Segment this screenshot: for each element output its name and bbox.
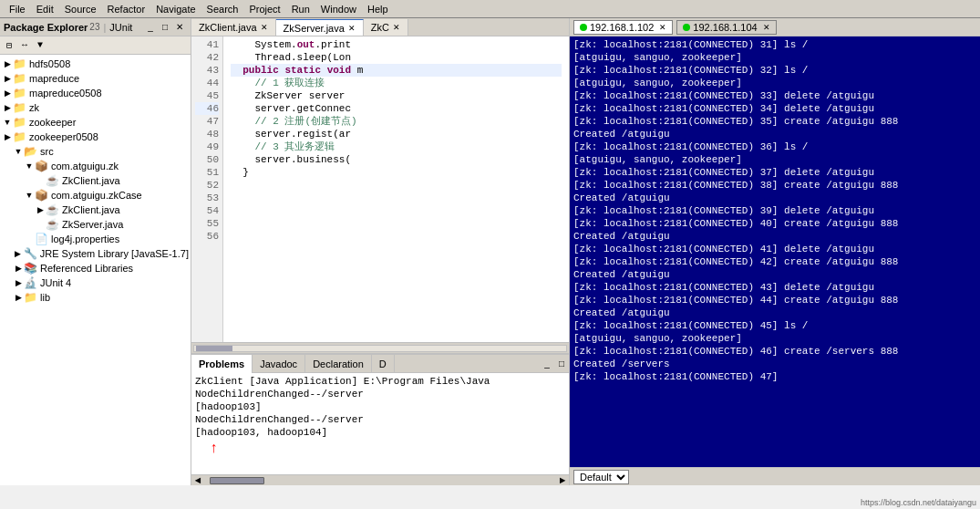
- menu-edit[interactable]: Edit: [31, 2, 59, 16]
- maximize-btn[interactable]: □: [158, 20, 172, 35]
- console-tab-problems[interactable]: Problems: [191, 355, 253, 373]
- hscroll-thumb[interactable]: [196, 346, 232, 351]
- console-tab-declaration[interactable]: Declaration: [305, 355, 372, 373]
- tree-item[interactable]: ▼📦com.atguigu.zk: [0, 159, 191, 173]
- tree-toggle-icon[interactable]: ▼: [2, 118, 13, 127]
- console-area: Problems Javadoc Declaration D _ □ ZkCli…: [191, 353, 569, 485]
- tree-toggle-icon[interactable]: ▶: [13, 293, 24, 302]
- terminal-line: [zk: localhost:2181(CONNECTED) 40] creat…: [573, 217, 976, 230]
- menu-refactor[interactable]: Refactor: [102, 2, 151, 16]
- code-editor[interactable]: System.out.print Thread.sleep(Lon public…: [223, 36, 569, 342]
- tree-item[interactable]: ☕ZkClient.java: [0, 173, 191, 188]
- cursor-arrow: ↑: [195, 442, 565, 455]
- tree-item-icon: 📦: [35, 189, 49, 202]
- tree-toggle-icon[interactable]: ▶: [2, 132, 13, 141]
- console-maximize-btn[interactable]: □: [554, 357, 569, 371]
- console-tab-d[interactable]: D: [372, 355, 395, 373]
- collapse-all-btn[interactable]: ⊟: [2, 38, 16, 53]
- hscroll-right-btn[interactable]: ►: [556, 475, 569, 486]
- tree-item[interactable]: ▶📁zookeeper0508: [0, 130, 191, 144]
- tree-item[interactable]: ▶📁lib: [0, 290, 191, 305]
- tree-toggle-icon[interactable]: ▶: [13, 264, 24, 273]
- tree-item[interactable]: ▼📂src: [0, 144, 191, 159]
- line-numbers: 4142434445 46 4748495051 5253545556: [191, 36, 223, 342]
- menu-run[interactable]: Run: [286, 2, 315, 16]
- tree-item[interactable]: ▶📁hdfs0508: [0, 57, 191, 71]
- package-explorer-tab[interactable]: Package Explorer: [4, 22, 88, 33]
- console-line-3: [hadoop103, hadoop104]: [195, 426, 565, 439]
- close-btn[interactable]: ✕: [172, 20, 187, 35]
- menu-window[interactable]: Window: [315, 2, 362, 16]
- tree-toggle-icon[interactable]: ▶: [35, 205, 46, 214]
- console-minimize-btn[interactable]: _: [540, 357, 554, 371]
- tree-item[interactable]: ▼📁zookeeper: [0, 115, 191, 130]
- hscroll-left-btn[interactable]: ◄: [191, 475, 204, 486]
- connection-dot-102: [580, 24, 587, 31]
- menu-navigate[interactable]: Navigate: [150, 2, 201, 16]
- editor-area: ZkClient.java ✕ ZkServer.java ✕ ZkC ✕ 41…: [191, 18, 570, 485]
- link-editor-btn[interactable]: ↔: [17, 38, 32, 53]
- connection-dot-104: [683, 24, 690, 31]
- tab-zkc[interactable]: ZkC ✕: [364, 19, 408, 36]
- terminal-content[interactable]: [zk: localhost:2181(CONNECTED) 31] ls /[…: [570, 36, 980, 467]
- hscroll-thumb[interactable]: [210, 477, 264, 484]
- tree-item[interactable]: ☕ZkServer.java: [0, 217, 191, 232]
- code-line-52: server.regist(ar: [231, 128, 562, 140]
- terminal-default-select[interactable]: Default: [573, 470, 629, 484]
- server-tab-104-close[interactable]: ✕: [763, 23, 770, 32]
- tree-item[interactable]: ▶🔧JRE System Library [JavaSE-1.7]: [0, 246, 191, 261]
- tree-item-label: com.atguigu.zkCase: [51, 190, 142, 201]
- terminal-line: [zk: localhost:2181(CONNECTED) 32] ls /: [573, 64, 976, 77]
- tree-item[interactable]: ▶📁zk: [0, 100, 191, 115]
- left-panel-header: Package Explorer 23 | JUnit _ □ ✕: [0, 18, 191, 36]
- tree-item-icon: 📄: [35, 233, 49, 245]
- view-menu-btn[interactable]: ▼: [33, 38, 47, 53]
- tab-zkserver[interactable]: ZkServer.java ✕: [276, 19, 364, 36]
- tree-toggle-icon[interactable]: ▼: [13, 147, 24, 156]
- tree-item[interactable]: ▶☕ZkClient.java: [0, 203, 191, 217]
- tree-toggle-icon[interactable]: ▶: [13, 249, 24, 258]
- tree-item[interactable]: 📄log4j.properties: [0, 232, 191, 246]
- tree-item[interactable]: ▶🔬JUnit 4: [0, 275, 191, 290]
- tree-toggle-icon[interactable]: ▶: [2, 88, 13, 98]
- tree-item-icon: ☕: [46, 203, 60, 216]
- package-tree: ▶📁hdfs0508▶📁mapreduce▶📁mapreduce0508▶📁zk…: [0, 55, 191, 485]
- server-tab-104[interactable]: 192.168.1.104 ✕: [676, 20, 776, 35]
- minimize-btn[interactable]: _: [143, 20, 158, 35]
- tree-item[interactable]: ▼📦com.atguigu.zkCase: [0, 188, 191, 203]
- tab-zkserver-close[interactable]: ✕: [348, 24, 356, 33]
- menu-search[interactable]: Search: [201, 2, 244, 16]
- tab-zkclient[interactable]: ZkClient.java ✕: [191, 19, 276, 36]
- tree-item-icon: 📁: [13, 116, 27, 129]
- tree-toggle-icon[interactable]: ▶: [2, 103, 13, 112]
- tree-item[interactable]: ▶📁mapreduce0508: [0, 86, 191, 100]
- console-hscrollbar[interactable]: ◄ ►: [191, 474, 569, 485]
- tree-toggle-icon[interactable]: ▶: [2, 59, 13, 68]
- editor-hscrollbar[interactable]: [191, 342, 569, 353]
- tab-zkclient-close[interactable]: ✕: [261, 23, 268, 32]
- junit-tab[interactable]: JUnit: [109, 22, 132, 33]
- right-panel: 192.168.1.102 ✕ 192.168.1.104 ✕ [zk: loc…: [570, 18, 980, 485]
- menu-help[interactable]: Help: [362, 2, 394, 16]
- terminal-line: Created /atguigu: [573, 128, 976, 140]
- tab-zkc-close[interactable]: ✕: [393, 23, 400, 32]
- menu-project[interactable]: Project: [243, 2, 285, 16]
- tree-item[interactable]: ▶📁mapreduce: [0, 71, 191, 86]
- tree-item-icon: 🔧: [24, 247, 38, 260]
- tree-toggle-icon[interactable]: ▼: [24, 161, 35, 171]
- terminal-line: [zk: localhost:2181(CONNECTED) 35] creat…: [573, 115, 976, 128]
- console-tabs: Problems Javadoc Declaration D _ □: [191, 355, 569, 373]
- tree-item-label: ZkServer.java: [62, 219, 123, 230]
- tree-toggle-icon[interactable]: ▶: [13, 278, 24, 287]
- console-tab-javadoc[interactable]: Javadoc: [253, 355, 305, 373]
- menu-file[interactable]: File: [4, 2, 31, 16]
- server-tab-102[interactable]: 192.168.1.102 ✕: [573, 20, 673, 35]
- server-tab-102-close[interactable]: ✕: [659, 23, 666, 32]
- tree-item[interactable]: ▶📚Referenced Libraries: [0, 261, 191, 275]
- tree-item-icon: 📁: [24, 291, 38, 304]
- menu-source[interactable]: Source: [59, 2, 102, 16]
- tab-zkserver-label: ZkServer.java: [284, 23, 345, 34]
- tree-toggle-icon[interactable]: ▶: [2, 74, 13, 83]
- tree-toggle-icon[interactable]: ▼: [24, 191, 35, 200]
- tree-item-label: lib: [40, 292, 50, 303]
